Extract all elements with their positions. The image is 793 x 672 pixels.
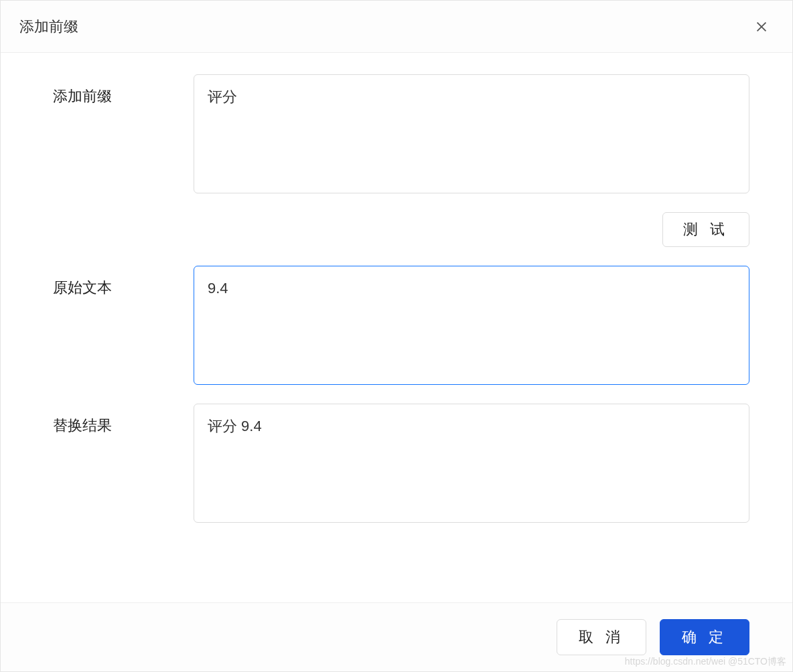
- prefix-row: 添加前缀: [53, 74, 749, 196]
- dialog-title: 添加前缀: [19, 17, 78, 37]
- cancel-button[interactable]: 取 消: [557, 619, 646, 655]
- original-input[interactable]: [194, 266, 749, 385]
- close-button[interactable]: [749, 15, 774, 39]
- result-row: 替换结果: [53, 404, 749, 525]
- dialog-header: 添加前缀: [1, 1, 792, 53]
- result-output[interactable]: [194, 404, 749, 523]
- test-row: 测 试: [53, 212, 749, 247]
- close-icon: [754, 19, 769, 34]
- dialog-body: 添加前缀 测 试 原始文本 替换结果: [1, 53, 792, 602]
- test-button[interactable]: 测 试: [662, 212, 749, 247]
- prefix-label: 添加前缀: [53, 74, 194, 106]
- add-prefix-dialog: 添加前缀 添加前缀 测 试 原始文本 替换结果: [0, 0, 793, 672]
- prefix-control: [194, 74, 749, 196]
- prefix-input[interactable]: [194, 74, 749, 193]
- original-label: 原始文本: [53, 266, 194, 298]
- result-control: [194, 404, 749, 525]
- confirm-button[interactable]: 确 定: [660, 619, 749, 655]
- dialog-footer: 取 消 确 定: [1, 602, 792, 671]
- original-control: [194, 266, 749, 388]
- original-row: 原始文本: [53, 266, 749, 388]
- result-label: 替换结果: [53, 404, 194, 436]
